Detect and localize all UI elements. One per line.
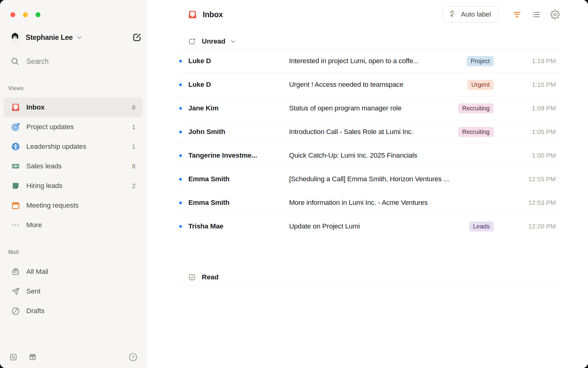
calendar-icon [11, 201, 20, 210]
email-sender: Jane Kim [188, 104, 289, 112]
email-row[interactable]: Luke DInterested in project Lumi, open t… [179, 49, 560, 73]
mail-list: All MailSentDrafts [4, 262, 143, 321]
email-row[interactable]: Trisha MaeUpdate on Project LumiLeads12:… [179, 215, 560, 238]
compose-button[interactable] [132, 32, 142, 43]
calendar-app-icon[interactable]: 6 [28, 352, 37, 362]
email-row[interactable]: John SmithIntroduction Call - Sales Role… [179, 120, 560, 144]
sidebar-item-leadership-updates[interactable]: Leadership updates1 [4, 137, 143, 156]
chevron-down-icon [229, 37, 237, 45]
search-icon [10, 57, 20, 66]
read-checkbox-icon [188, 273, 196, 282]
views-section-label: Views [8, 85, 24, 92]
email-subject: Status of open program manager role [289, 104, 458, 112]
sidebar-item-all-mail[interactable]: All Mail [4, 262, 143, 282]
user-name: Stephanie Lee [26, 33, 73, 42]
svg-text:?: ? [132, 355, 134, 360]
email-row[interactable]: Tangerine Investme...Quick Catch-Up: Lum… [179, 144, 560, 167]
unread-dot [179, 60, 182, 63]
unread-dot [179, 178, 182, 181]
email-row[interactable]: Jane KimStatus of open program manager r… [179, 97, 560, 120]
email-row[interactable]: Emma SmithMore information in Lumi Inc. … [179, 191, 560, 215]
account-switcher[interactable]: Stephanie Lee [9, 31, 142, 44]
email-row[interactable]: Luke DUrgent ! Access needed to teamspac… [179, 73, 560, 97]
unread-count: 2 [132, 182, 135, 190]
email-time: 1:19 PM [520, 57, 560, 65]
sidebar-item-label: Project updates [26, 123, 74, 131]
unread-dot [179, 225, 182, 228]
label-badge: Project [467, 56, 494, 66]
sidebar-item-meeting-requests[interactable]: Meeting requests [4, 196, 143, 215]
ai-face-icon [448, 10, 458, 19]
sidebar-item-label: More [26, 221, 42, 229]
email-time: 1:15 PM [520, 81, 560, 88]
sidebar-item-label: Meeting requests [26, 201, 79, 209]
sidebar-item-inbox[interactable]: Inbox8 [4, 98, 143, 117]
unread-count: 1 [132, 143, 135, 150]
label-badge: Leads [469, 221, 494, 232]
main-panel: Inbox Auto label Unread Luk [147, 0, 588, 368]
unread-count: 8 [132, 104, 135, 111]
accessibility-icon [11, 142, 20, 151]
auto-label-button[interactable]: Auto label [443, 6, 499, 22]
email-list: Luke DInterested in project Lumi, open t… [179, 49, 560, 238]
list-view-icon[interactable] [531, 10, 541, 19]
email-sender: Emma Smith [188, 175, 289, 183]
inbox-icon [188, 10, 197, 19]
unread-icon [188, 37, 196, 46]
email-time: 12:53 PM [520, 199, 560, 206]
sidebar-item-project-updates[interactable]: Project updates1 [4, 117, 143, 137]
sidebar-item-label: Hiring leads [26, 182, 62, 190]
unread-dot [179, 107, 182, 110]
read-label: Read [202, 273, 219, 281]
filter-icon[interactable] [512, 10, 522, 19]
dots-icon [11, 220, 20, 230]
zoom-window-button[interactable] [36, 12, 40, 17]
unread-count: 1 [132, 124, 135, 131]
sidebar: Stephanie Lee Search Views Inbox8Project… [0, 0, 147, 368]
search-button[interactable]: Search [10, 55, 49, 68]
note-icon [11, 181, 20, 190]
app-window: Stephanie Lee Search Views Inbox8Project… [0, 0, 588, 368]
read-group-header[interactable]: Read [179, 269, 560, 286]
email-subject: More information in Lumi Inc. - Acme Ven… [289, 199, 520, 207]
unread-dot [179, 154, 182, 157]
email-time: 12:20 PM [520, 223, 560, 230]
email-time: 1:00 PM [520, 152, 560, 159]
minimize-window-button[interactable] [23, 12, 28, 17]
sidebar-item-label: Leadership updates [26, 143, 86, 151]
help-icon[interactable]: ? [128, 352, 138, 362]
sidebar-item-label: Drafts [26, 307, 44, 315]
close-window-button[interactable] [10, 12, 15, 17]
auto-label-text: Auto label [461, 10, 491, 18]
sidebar-item-sent[interactable]: Sent [4, 282, 143, 301]
email-subject: Quick Catch-Up: Lumi Inc. 2025 Financial… [289, 151, 520, 159]
email-sender: Emma Smith [188, 199, 289, 207]
chevron-down-icon [76, 33, 84, 41]
sidebar-footer: N 6 ? [0, 346, 146, 368]
email-sender: John Smith [188, 128, 289, 136]
sidebar-item-hiring-leads[interactable]: Hiring leads2 [4, 176, 143, 196]
mail-section-label: Mail [8, 249, 19, 255]
sidebar-item-sales-leads[interactable]: Sales leads8 [4, 156, 143, 176]
email-subject: Update on Project Lumi [289, 222, 469, 230]
email-time: 1:05 PM [520, 128, 560, 136]
sent-icon [11, 287, 20, 296]
all-mail-icon [11, 267, 20, 276]
svg-text:6: 6 [32, 356, 34, 359]
gear-icon[interactable] [550, 10, 560, 19]
views-list: Inbox8Project updates1Leadership updates… [4, 98, 143, 235]
unread-group-header[interactable]: Unread [179, 34, 560, 49]
email-subject: Urgent ! Access needed to teamspace [289, 81, 467, 89]
notion-logo-icon[interactable]: N [9, 352, 18, 362]
sidebar-item-more[interactable]: More [4, 215, 143, 235]
unread-label: Unread [202, 37, 225, 45]
search-label: Search [26, 57, 49, 66]
email-sender: Tangerine Investme... [188, 151, 289, 159]
email-subject: [Scheduling a Call] Emma Smith, Horizon … [289, 175, 520, 183]
email-sender: Trisha Mae [188, 222, 289, 230]
email-row[interactable]: Emma Smith[Scheduling a Call] Emma Smith… [179, 167, 560, 191]
sidebar-item-label: All Mail [26, 268, 48, 276]
avatar [9, 32, 21, 43]
sidebar-item-drafts[interactable]: Drafts [4, 301, 143, 321]
unread-count: 8 [132, 163, 135, 170]
